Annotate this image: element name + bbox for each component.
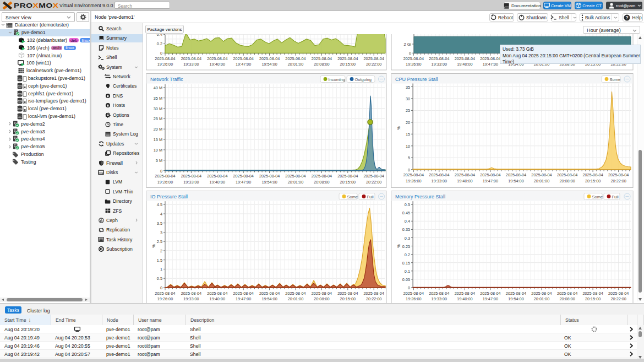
svg-text:0: 0 <box>160 169 162 174</box>
svg-text:2025-08-04: 2025-08-04 <box>312 174 332 179</box>
svg-text:19:54:00: 19:54:00 <box>261 296 277 301</box>
svg-text:19:54:00: 19:54:00 <box>508 179 523 183</box>
svg-text:19:47:00: 19:47:00 <box>236 62 251 67</box>
svg-text:Memory Pressure Stall: Memory Pressure Stall <box>395 194 445 199</box>
svg-text:19:40:00: 19:40:00 <box>457 296 472 301</box>
svg-text:Some: Some <box>592 194 603 199</box>
svg-text:0: 0 <box>408 168 410 172</box>
svg-text:Network Traffic: Network Traffic <box>150 77 183 82</box>
svg-text:2025-08-04: 2025-08-04 <box>337 291 358 296</box>
svg-text:10 M: 10 M <box>154 148 162 153</box>
svg-text:0.05: 0.05 <box>402 277 410 282</box>
svg-text:2025-08-04: 2025-08-04 <box>557 291 577 296</box>
svg-text:2025-08-04: 2025-08-04 <box>155 174 175 179</box>
svg-text:2025-08-04: 2025-08-04 <box>403 291 424 296</box>
svg-text:25 M: 25 M <box>154 116 162 121</box>
svg-text:19:33:00: 19:33:00 <box>183 180 199 185</box>
svg-text:2025-08-04: 2025-08-04 <box>582 291 603 296</box>
svg-text:1: 1 <box>160 267 162 272</box>
svg-text:19:47:00: 19:47:00 <box>483 62 498 67</box>
svg-text:2025-08-04: 2025-08-04 <box>480 172 500 177</box>
svg-text:%: % <box>396 244 401 248</box>
svg-text:20:22:00: 20:22:00 <box>610 179 626 183</box>
svg-text:3.5: 3.5 <box>157 221 162 226</box>
svg-text:0: 0 <box>160 51 162 56</box>
svg-text:2025-08-04: 2025-08-04 <box>312 56 332 61</box>
svg-text:2025-08-04: 2025-08-04 <box>531 291 552 296</box>
svg-text:IO Pressure Stall: IO Pressure Stall <box>150 194 188 199</box>
svg-text:2025-08-04: 2025-08-04 <box>233 174 254 179</box>
svg-text:2025-08-04: 2025-08-04 <box>582 172 603 177</box>
svg-text:2025-08-04: 2025-08-04 <box>480 56 500 61</box>
svg-text:20:01:00: 20:01:00 <box>534 179 549 183</box>
svg-text:2025-08-04: 2025-08-04 <box>364 174 384 179</box>
svg-text:19:33:00: 19:33:00 <box>183 62 199 67</box>
svg-text:19:47:00: 19:47:00 <box>236 180 251 185</box>
svg-text:19:40:00: 19:40:00 <box>457 62 472 67</box>
svg-text:20:01:00: 20:01:00 <box>288 296 303 301</box>
svg-text:0.5: 0.5 <box>405 202 410 207</box>
svg-text:30: 30 <box>406 96 410 101</box>
svg-text:19:47:00: 19:47:00 <box>236 296 251 301</box>
svg-text:Outgoing: Outgoing <box>355 77 372 82</box>
svg-text:2025-08-04: 2025-08-04 <box>181 291 201 296</box>
svg-text:0.45: 0.45 <box>402 210 410 215</box>
svg-text:20:08:00: 20:08:00 <box>314 296 329 301</box>
svg-text:19:33:00: 19:33:00 <box>183 296 199 301</box>
svg-text:0: 0 <box>408 285 410 290</box>
svg-text:%: % <box>151 244 156 248</box>
svg-text:0: 0 <box>160 285 162 290</box>
svg-text:2025-08-04: 2025-08-04 <box>480 291 500 296</box>
svg-text:2025-08-04: 2025-08-04 <box>506 291 526 296</box>
svg-text:30 M: 30 M <box>154 106 162 111</box>
svg-text:2025-08-04: 2025-08-04 <box>285 174 305 179</box>
svg-text:0.5: 0.5 <box>157 276 162 281</box>
svg-text:0.2: 0.2 <box>405 252 410 257</box>
svg-text:0.2: 0.2 <box>157 41 162 46</box>
svg-text:20:08:00: 20:08:00 <box>314 180 329 185</box>
svg-text:4: 4 <box>160 212 162 217</box>
svg-text:2025-08-04: 2025-08-04 <box>312 291 332 296</box>
svg-text:2025-08-04: 2025-08-04 <box>207 56 227 61</box>
svg-text:2025-08-04: 2025-08-04 <box>429 291 449 296</box>
svg-text:2025-08-04: 2025-08-04 <box>455 172 475 177</box>
svg-text:Full: Full <box>367 194 374 199</box>
svg-text:20:08:00: 20:08:00 <box>314 62 329 67</box>
svg-text:2025-08-04: 2025-08-04 <box>155 291 175 296</box>
svg-text:19:26:00: 19:26:00 <box>406 179 421 183</box>
svg-text:19:40:00: 19:40:00 <box>457 179 472 183</box>
svg-text:15 M: 15 M <box>154 137 162 142</box>
svg-text:0.4: 0.4 <box>405 219 410 224</box>
svg-text:Some: Some <box>610 77 621 82</box>
svg-text:2025-08-04: 2025-08-04 <box>181 174 201 179</box>
svg-text:19:33:00: 19:33:00 <box>432 62 447 67</box>
svg-text:20: 20 <box>406 120 410 125</box>
svg-text:0.4: 0.4 <box>157 34 162 37</box>
svg-text:2.5: 2.5 <box>157 239 162 244</box>
svg-text:Full: Full <box>612 194 619 199</box>
svg-text:20:22:00: 20:22:00 <box>366 296 381 301</box>
svg-text:19:26:00: 19:26:00 <box>157 180 173 185</box>
svg-text:2025-08-04: 2025-08-04 <box>608 291 629 296</box>
svg-text:3: 3 <box>160 230 162 235</box>
svg-text:0: 0 <box>409 51 411 56</box>
svg-text:2025-08-04: 2025-08-04 <box>259 56 280 61</box>
svg-text:2025-08-04: 2025-08-04 <box>337 174 358 179</box>
svg-text:2025-08-04: 2025-08-04 <box>403 172 424 177</box>
svg-text:20:22:00: 20:22:00 <box>366 62 381 67</box>
svg-text:2025-08-04: 2025-08-04 <box>403 56 424 61</box>
svg-text:25: 25 <box>406 108 410 113</box>
svg-text:5 M: 5 M <box>156 158 162 163</box>
svg-text:2025-08-04: 2025-08-04 <box>506 172 526 177</box>
svg-text:19:26:00: 19:26:00 <box>406 62 421 67</box>
svg-text:2025-08-04: 2025-08-04 <box>181 56 201 61</box>
svg-text:0.15: 0.15 <box>402 261 410 266</box>
svg-text:2025-08-04: 2025-08-04 <box>285 56 305 61</box>
svg-text:2025-08-04: 2025-08-04 <box>429 172 449 177</box>
svg-text:0.25: 0.25 <box>402 244 410 249</box>
svg-text:2025-08-04: 2025-08-04 <box>337 56 358 61</box>
svg-text:19:26:00: 19:26:00 <box>157 296 173 301</box>
svg-text:19:33:00: 19:33:00 <box>432 296 447 301</box>
svg-text:Incoming: Incoming <box>329 77 345 82</box>
svg-text:2025-08-04: 2025-08-04 <box>259 291 280 296</box>
